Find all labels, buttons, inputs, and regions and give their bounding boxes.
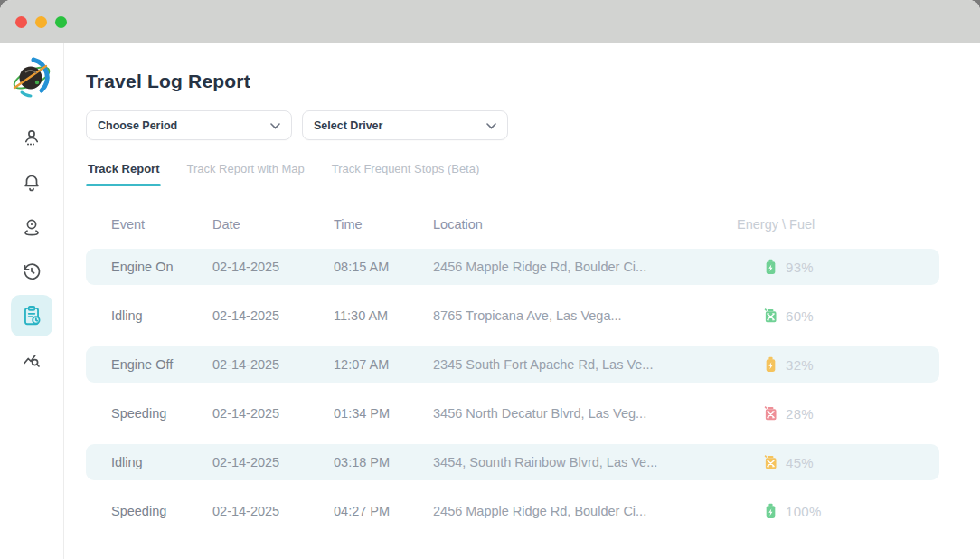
date-cell: 02-14-2025 bbox=[212, 504, 334, 518]
energy-cell: 60% bbox=[737, 307, 939, 325]
table-row: Speeding 02-14-2025 01:34 PM 3456 North … bbox=[86, 395, 939, 431]
report-clipboard-icon bbox=[20, 304, 43, 327]
energy-percent: 45% bbox=[786, 455, 814, 470]
time-cell: 04:27 PM bbox=[334, 504, 433, 518]
sidebar bbox=[0, 43, 64, 559]
location-cell: 8765 Tropicana Ave, Las Vega... bbox=[433, 308, 737, 323]
column-header-location: Location bbox=[433, 217, 737, 232]
battery-icon bbox=[763, 258, 778, 276]
table-row: Speeding 02-14-2025 04:27 PM 2456 Mapple… bbox=[86, 493, 939, 529]
location-cell: 2345 South Fort Apache Rd, Las Ve... bbox=[433, 357, 737, 372]
select-driver-dropdown[interactable]: Select Driver bbox=[302, 110, 508, 140]
event-cell: Engine Off bbox=[111, 357, 212, 372]
time-cell: 08:15 AM bbox=[334, 260, 433, 274]
bell-icon bbox=[21, 172, 42, 194]
table-header-row: Event Date Time Location Energy \ Fuel bbox=[86, 213, 939, 236]
event-cell: Idling bbox=[111, 455, 212, 469]
energy-percent: 28% bbox=[786, 406, 814, 422]
report-tabs: Track Report Track Report with Map Track… bbox=[86, 156, 939, 185]
table-body: Engine On 02-14-2025 08:15 AM 2456 Mappl… bbox=[86, 249, 939, 529]
location-cell: 3454, Sounth Rainbow Blvrd, Las Ve... bbox=[433, 455, 737, 469]
analytics-search-icon bbox=[21, 349, 42, 371]
table-row: Idling 02-14-2025 11:30 AM 8765 Tropican… bbox=[86, 298, 939, 334]
date-cell: 02-14-2025 bbox=[212, 406, 334, 421]
column-header-event: Event bbox=[111, 217, 212, 232]
tab-track-report[interactable]: Track Report bbox=[86, 156, 161, 185]
energy-cell: 32% bbox=[737, 355, 939, 374]
app-window: Travel Log Report Choose Period Select D… bbox=[0, 0, 980, 559]
tab-track-report-with-map[interactable]: Track Report with Map bbox=[184, 156, 306, 185]
event-cell: Speeding bbox=[111, 504, 212, 518]
time-cell: 12:07 AM bbox=[334, 357, 433, 372]
column-header-energy-fuel: Energy \ Fuel bbox=[737, 217, 939, 232]
page-title: Travel Log Report bbox=[86, 71, 940, 92]
table-row: Engine On 02-14-2025 08:15 AM 2456 Mappl… bbox=[86, 249, 939, 285]
chevron-down-icon bbox=[270, 119, 280, 132]
fuel-can-icon bbox=[763, 307, 778, 325]
fuel-can-icon bbox=[763, 404, 778, 422]
travel-log-table: Event Date Time Location Energy \ Fuel E… bbox=[86, 213, 939, 529]
event-cell: Idling bbox=[111, 308, 212, 323]
time-cell: 11:30 AM bbox=[334, 308, 433, 323]
time-cell: 03:18 PM bbox=[334, 455, 433, 469]
close-window-button[interactable] bbox=[15, 16, 27, 28]
date-cell: 02-14-2025 bbox=[212, 357, 334, 372]
choose-period-dropdown[interactable]: Choose Period bbox=[86, 110, 292, 140]
choose-period-label: Choose Period bbox=[98, 119, 177, 132]
date-cell: 02-14-2025 bbox=[212, 260, 334, 274]
history-icon bbox=[21, 261, 42, 282]
energy-percent: 32% bbox=[786, 357, 814, 373]
sidebar-item-travel-log-report[interactable] bbox=[11, 295, 52, 336]
energy-cell: 93% bbox=[737, 258, 939, 276]
fuel-can-icon bbox=[763, 453, 778, 471]
sidebar-item-history[interactable] bbox=[11, 251, 52, 292]
battery-icon bbox=[763, 502, 778, 520]
table-row: Engine Off 02-14-2025 12:07 AM 2345 Sout… bbox=[86, 346, 939, 383]
column-header-date: Date bbox=[212, 217, 334, 232]
energy-cell: 45% bbox=[737, 453, 939, 471]
chevron-down-icon bbox=[486, 119, 496, 132]
location-cell: 2456 Mapple Ridge Rd, Boulder Ci... bbox=[433, 504, 737, 518]
time-cell: 01:34 PM bbox=[334, 406, 433, 421]
select-driver-label: Select Driver bbox=[314, 119, 382, 132]
sidebar-item-user[interactable] bbox=[11, 118, 52, 159]
sidebar-item-locations[interactable] bbox=[11, 206, 52, 248]
maximize-window-button[interactable] bbox=[55, 16, 67, 28]
tab-track-frequent-stops[interactable]: Track Frequent Stops (Beta) bbox=[330, 156, 482, 185]
sidebar-item-notifications[interactable] bbox=[11, 162, 52, 204]
energy-cell: 100% bbox=[737, 502, 939, 520]
location-pin-icon bbox=[21, 216, 42, 238]
energy-percent: 93% bbox=[786, 260, 814, 275]
sidebar-item-analytics[interactable] bbox=[11, 339, 52, 381]
energy-percent: 100% bbox=[786, 504, 822, 519]
event-cell: Speeding bbox=[111, 406, 212, 421]
date-cell: 02-14-2025 bbox=[212, 308, 334, 323]
app-logo bbox=[9, 54, 54, 101]
user-icon bbox=[21, 128, 42, 149]
energy-percent: 60% bbox=[786, 308, 814, 324]
location-cell: 3456 North Decatur Blvrd, Las Veg... bbox=[433, 406, 737, 421]
battery-icon bbox=[763, 355, 778, 374]
window-titlebar bbox=[0, 0, 980, 43]
minimize-window-button[interactable] bbox=[35, 16, 47, 28]
table-row: Idling 02-14-2025 03:18 PM 3454, Sounth … bbox=[86, 444, 939, 480]
energy-cell: 28% bbox=[737, 404, 939, 422]
event-cell: Engine On bbox=[111, 260, 212, 274]
date-cell: 02-14-2025 bbox=[212, 455, 334, 469]
column-header-time: Time bbox=[334, 217, 433, 232]
location-cell: 2456 Mapple Ridge Rd, Boulder Ci... bbox=[433, 260, 737, 274]
main-content: Travel Log Report Choose Period Select D… bbox=[64, 43, 980, 559]
